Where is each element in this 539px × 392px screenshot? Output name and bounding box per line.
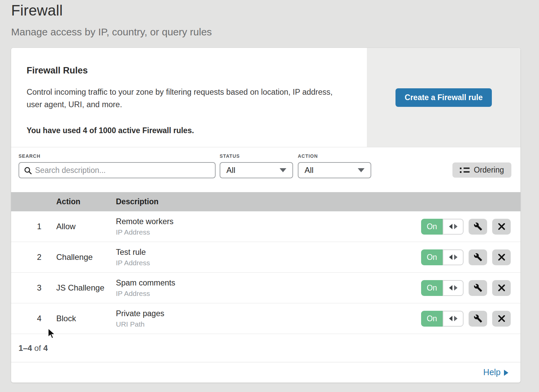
- table-row: 4 Block Private pages URI Path On: [11, 303, 520, 334]
- edit-rule-button[interactable]: [469, 219, 487, 235]
- rule-action: Challenge: [56, 252, 116, 262]
- rule-match-type: IP Address: [116, 228, 421, 236]
- rule-description: Remote workers: [116, 217, 421, 226]
- rule-description-cell: Test rule IP Address: [116, 248, 421, 267]
- arrow-right-icon: [504, 370, 508, 376]
- toggle-arrows-icon[interactable]: [443, 280, 464, 296]
- filters-bar: SEARCH STATUS All ACTION All: [11, 147, 520, 192]
- page-subtitle: Manage access by IP, country, or query r…: [11, 26, 539, 38]
- delete-rule-button[interactable]: [492, 219, 511, 235]
- table-footer: 1–4 of 4: [11, 334, 520, 362]
- delete-rule-button[interactable]: [492, 311, 511, 327]
- table-header: Action Description: [11, 192, 520, 211]
- rule-match-type: IP Address: [116, 259, 421, 267]
- close-icon: [498, 314, 506, 323]
- rule-action: JS Challenge: [56, 283, 116, 293]
- close-icon: [498, 284, 506, 292]
- row-controls: On: [421, 249, 520, 265]
- pagination-summary: 1–4 of 4: [11, 343, 48, 353]
- action-column-header: Action: [56, 197, 116, 206]
- status-select[interactable]: All: [220, 162, 293, 178]
- status-label: STATUS: [220, 153, 293, 159]
- action-selected-value: All: [305, 165, 314, 175]
- help-row: Help: [11, 362, 520, 382]
- wrench-icon: [474, 253, 482, 262]
- rules-description: Control incoming traffic to your zone by…: [27, 86, 347, 111]
- toggle-on-label[interactable]: On: [421, 311, 443, 327]
- rule-priority: 1: [11, 222, 56, 231]
- table-row: 2 Challenge Test rule IP Address On: [11, 242, 520, 273]
- chevron-down-icon: [358, 168, 364, 172]
- toggle-arrows-icon[interactable]: [443, 249, 464, 265]
- edit-rule-button[interactable]: [469, 311, 487, 327]
- toggle-arrows-icon[interactable]: [443, 311, 464, 327]
- rule-action: Block: [56, 314, 116, 323]
- wrench-icon: [474, 222, 482, 231]
- rule-enabled-toggle[interactable]: On: [421, 280, 464, 296]
- table-row: 1 Allow Remote workers IP Address On: [11, 211, 520, 242]
- table-row: 3 JS Challenge Spam comments IP Address …: [11, 273, 520, 303]
- rule-enabled-toggle[interactable]: On: [421, 311, 464, 327]
- status-filter-group: STATUS All: [220, 153, 293, 178]
- pagination-range: 1–4: [19, 343, 32, 353]
- rules-summary-text: Firewall Rules Control incoming traffic …: [11, 48, 367, 147]
- search-box[interactable]: [19, 162, 216, 178]
- rule-description: Private pages: [116, 309, 421, 318]
- wrench-icon: [474, 283, 482, 292]
- rule-action: Allow: [56, 222, 116, 231]
- search-label: SEARCH: [19, 153, 216, 159]
- rule-description: Spam comments: [116, 278, 421, 288]
- page-header: Firewall Manage access by IP, country, o…: [0, 0, 539, 38]
- wrench-icon: [474, 314, 482, 323]
- edit-rule-button[interactable]: [469, 280, 487, 296]
- action-label: ACTION: [298, 153, 371, 159]
- rule-priority: 4: [11, 314, 56, 323]
- list-icon: [460, 168, 470, 173]
- rule-priority: 3: [11, 283, 56, 293]
- search-icon: [24, 167, 32, 175]
- help-link[interactable]: Help: [483, 367, 508, 377]
- firewall-rules-card: Firewall Rules Control incoming traffic …: [11, 48, 520, 383]
- rule-description-cell: Spam comments IP Address: [116, 278, 421, 298]
- toggle-arrows-icon[interactable]: [443, 219, 464, 235]
- pagination-of: of: [34, 343, 41, 353]
- edit-rule-button[interactable]: [469, 249, 487, 265]
- rule-description-cell: Remote workers IP Address: [116, 217, 421, 236]
- close-icon: [498, 253, 506, 261]
- rule-priority: 2: [11, 252, 56, 262]
- status-selected-value: All: [226, 165, 235, 175]
- search-input[interactable]: [19, 166, 215, 175]
- action-select[interactable]: All: [298, 162, 371, 178]
- delete-rule-button[interactable]: [492, 280, 511, 296]
- help-link-label: Help: [483, 367, 501, 377]
- row-controls: On: [421, 311, 520, 327]
- rule-enabled-toggle[interactable]: On: [421, 249, 464, 265]
- pagination-total: 4: [43, 343, 47, 353]
- rule-description-cell: Private pages URI Path: [116, 309, 421, 328]
- rules-usage-count: You have used 4 of 1000 active Firewall …: [27, 126, 353, 135]
- create-firewall-rule-button[interactable]: Create a Firewall rule: [395, 88, 492, 107]
- search-filter-group: SEARCH: [19, 153, 216, 178]
- row-controls: On: [421, 219, 520, 235]
- toggle-on-label[interactable]: On: [421, 249, 443, 265]
- row-controls: On: [421, 280, 520, 296]
- ordering-button[interactable]: Ordering: [452, 162, 511, 178]
- description-column-header: Description: [116, 197, 520, 206]
- create-rule-panel: Create a Firewall rule: [367, 48, 520, 147]
- chevron-down-icon: [280, 168, 286, 172]
- delete-rule-button[interactable]: [492, 249, 511, 265]
- toggle-on-label[interactable]: On: [421, 219, 443, 235]
- rules-summary-section: Firewall Rules Control incoming traffic …: [11, 48, 520, 147]
- close-icon: [498, 222, 506, 231]
- rules-heading: Firewall Rules: [27, 65, 353, 76]
- rule-match-type: IP Address: [116, 290, 421, 298]
- ordering-button-label: Ordering: [474, 165, 504, 175]
- action-filter-group: ACTION All: [298, 153, 371, 178]
- rule-description: Test rule: [116, 248, 421, 257]
- toggle-on-label[interactable]: On: [421, 280, 443, 296]
- page-title: Firewall: [11, 2, 539, 19]
- rule-match-type: URI Path: [116, 320, 421, 328]
- rule-enabled-toggle[interactable]: On: [421, 219, 464, 235]
